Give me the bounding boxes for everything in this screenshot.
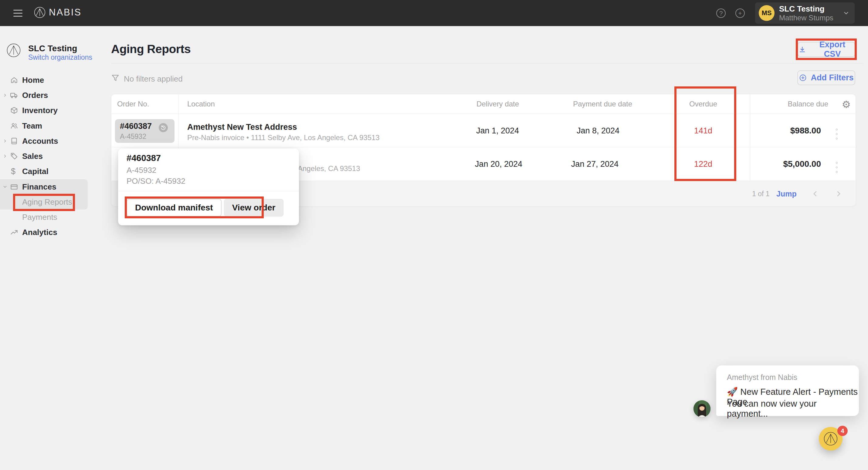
truck-icon (10, 91, 18, 99)
book-icon (10, 137, 18, 145)
col-header-balance-due: Balance due (762, 94, 828, 114)
col-header-overdue: Overdue (673, 94, 734, 114)
popover-order-number: #460387 (127, 153, 161, 163)
chat-agent-avatar (693, 400, 711, 417)
hamburger-menu-icon[interactable] (13, 10, 23, 19)
sidebar-item-orders[interactable]: Orders (0, 88, 90, 103)
header-divider (111, 63, 863, 63)
location-name: Amethyst New Test Address (187, 123, 297, 132)
chat-launcher-button[interactable]: 4 (819, 427, 842, 450)
sidebar-item-payments[interactable]: Payments (0, 209, 90, 225)
col-header-order-no: Order No. (117, 94, 149, 114)
sidebar-org-name: SLC Testing (28, 44, 77, 54)
app-root: NABIS ? + MS SLC Testing Matthew Stumps … (0, 0, 868, 470)
chevron-down-icon (842, 9, 850, 17)
col-header-location: Location (187, 94, 215, 114)
col-header-payment-due-date: Payment due date (553, 94, 632, 114)
sidebar-item-sales[interactable]: Sales (0, 148, 90, 164)
unread-count-badge: 4 (837, 426, 848, 436)
help-icon[interactable]: ? (716, 8, 726, 18)
wallet-icon (10, 183, 18, 191)
sidebar-item-team[interactable]: Team (0, 118, 90, 133)
popover-order-ref: A-45932 (127, 166, 156, 175)
avatar: MS (759, 5, 775, 21)
col-header-delivery-date: Delivery date (452, 94, 519, 114)
chevron-down-icon (3, 184, 7, 189)
page-info: 1 of 1 (752, 181, 770, 206)
user-meta: SLC Testing Matthew Stumps (779, 4, 833, 22)
sidebar-item-aging-reports[interactable]: Aging Reports (0, 194, 90, 209)
popover-poso: PO/SO: A-45932 (127, 176, 185, 186)
add-filters-button[interactable]: Add Filters (797, 70, 855, 85)
export-csv-button[interactable]: Export CSV (798, 42, 855, 57)
payment-due-date-cell: Jan 27, 2024 (552, 147, 619, 181)
sidebar-item-capital[interactable]: $ Capital (0, 164, 90, 179)
user-org-name: SLC Testing (779, 4, 833, 14)
chevron-right-icon (3, 139, 7, 143)
location-subtext: Pre-Nabis invoice • 1111 Selby Ave, Los … (187, 133, 380, 142)
next-page-icon[interactable] (834, 181, 843, 206)
order-number-chip[interactable]: #460387 A-45932 (115, 119, 175, 143)
order-popover: #460387 A-45932 PO/SO: A-45932 Download … (118, 148, 299, 225)
chat-sender: Amethyst from Nabis (727, 373, 797, 382)
jump-link[interactable]: Jump (776, 181, 797, 206)
balance-due-cell: $5,000.00 (748, 147, 821, 181)
delivery-date-cell: Jan 1, 2024 (452, 114, 519, 147)
filter-funnel-icon (111, 74, 120, 82)
history-icon (159, 123, 168, 132)
delivery-date-cell: Jan 20, 2024 (456, 147, 522, 181)
trend-up-icon (10, 228, 18, 237)
top-bar: NABIS ? + MS SLC Testing Matthew Stumps (0, 0, 868, 26)
page-title: Aging Reports (111, 42, 191, 56)
home-icon (10, 76, 18, 84)
sidebar-item-home[interactable]: Home (0, 72, 90, 88)
popover-divider (118, 191, 299, 191)
plus-circle-icon (799, 74, 807, 82)
sidebar-item-inventory[interactable]: Inventory (0, 103, 90, 118)
prev-page-icon[interactable] (811, 181, 819, 206)
location-subtext: Angeles, CA 93513 (298, 164, 360, 173)
user-menu[interactable]: MS SLC Testing Matthew Stumps (755, 2, 855, 24)
overdue-cell: 122d (673, 147, 734, 181)
user-full-name: Matthew Stumps (779, 14, 833, 22)
brand-name: NABIS (49, 7, 82, 18)
view-order-button[interactable]: View order (224, 199, 284, 216)
org-logo-icon (7, 43, 21, 57)
chat-message-bubble[interactable]: Amethyst from Nabis 🚀 New Feature Alert … (716, 365, 859, 416)
download-manifest-button[interactable]: Download manifest (127, 199, 222, 216)
filter-status-text: No filters applied (124, 74, 183, 84)
tag-icon (10, 152, 18, 160)
chat-message-line2: You can now view your payment... (727, 399, 859, 419)
table-settings-gear-icon[interactable]: ⚙ (842, 99, 851, 110)
sidebar-item-accounts[interactable]: Accounts (0, 133, 90, 148)
package-icon (10, 106, 18, 114)
payment-due-date-cell: Jan 8, 2024 (553, 114, 619, 147)
brand-logo: NABIS (34, 7, 82, 18)
chevron-right-icon (3, 154, 7, 159)
team-icon (10, 122, 18, 130)
row-actions-kebab-icon[interactable] (835, 129, 839, 139)
download-icon (798, 45, 806, 54)
popover-actions: Download manifest View order (127, 199, 283, 216)
chevron-right-icon (3, 93, 7, 98)
overdue-cell: 141d (673, 114, 734, 147)
nabis-logo-icon (34, 7, 45, 18)
switch-organizations-link[interactable]: Switch organizations (28, 54, 92, 62)
row-actions-kebab-icon[interactable] (835, 162, 839, 173)
sidebar-item-analytics[interactable]: Analytics (0, 225, 90, 240)
dollar-icon: $ (11, 167, 16, 176)
sidebar-item-finances[interactable]: Finances (0, 179, 90, 194)
create-new-icon[interactable]: + (735, 8, 745, 18)
balance-due-cell: $988.00 (748, 114, 821, 147)
